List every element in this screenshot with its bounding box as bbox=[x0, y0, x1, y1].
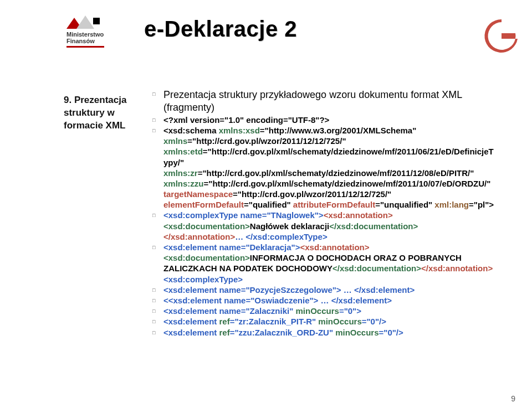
list-item-text: <xsd:element name="Zalaczniki" minOccurs… bbox=[163, 306, 496, 316]
bullet-icon: □ bbox=[152, 285, 163, 294]
bullet-icon: □ bbox=[152, 327, 163, 337]
list-item-text: <xsd:schema xmlns:xsd="http://www.w3.org… bbox=[163, 125, 496, 210]
logo-icon bbox=[66, 13, 100, 29]
list-item: □<xsd:element name="Zalaczniki" minOccur… bbox=[152, 306, 496, 316]
list-item-text: <xsd:element ref="zzu:Zalacznik_ORD-ZU" … bbox=[163, 327, 496, 338]
bullet-icon: □ bbox=[152, 242, 163, 251]
e-mark-icon bbox=[482, 17, 521, 55]
svg-marker-1 bbox=[76, 16, 94, 29]
list-item: □Prezentacja struktury przykładowego wzo… bbox=[152, 89, 496, 115]
logo-label-1: Ministerstwo bbox=[66, 31, 111, 38]
list-item-text: <xsd:complexType name="TNaglowek"><xsd:a… bbox=[163, 210, 496, 242]
list-item-text: <xsd:element ref="zr:Zalacznik_PIT-R" mi… bbox=[163, 316, 496, 327]
bullet-icon: □ bbox=[152, 89, 163, 98]
list-item: □<xsd:element ref="zr:Zalacznik_PIT-R" m… bbox=[152, 316, 496, 327]
list-item: □<xsd:schema xmlns:xsd="http://www.w3.or… bbox=[152, 125, 496, 210]
svg-rect-2 bbox=[93, 18, 100, 24]
list-item-text: <<xsd:element name="Oswiadczenie"> … </x… bbox=[163, 295, 496, 306]
list-item: □<xsd:element name="Deklaracja"><xsd:ann… bbox=[152, 242, 496, 285]
list-item-text: <?xml version="1.0" encoding="UTF-8"?> bbox=[163, 115, 496, 125]
list-item: □<xsd:element ref="zzu:Zalacznik_ORD-ZU"… bbox=[152, 327, 496, 338]
content-list: □Prezentacja struktury przykładowego wzo… bbox=[152, 89, 496, 338]
logo: Ministerstwo Finansów bbox=[66, 10, 111, 48]
list-item-text: <xsd:element name="Deklaracja"><xsd:anno… bbox=[163, 242, 496, 285]
list-item-text: <xsd:element name="PozycjeSzczegolowe"> … bbox=[163, 285, 496, 295]
bullet-icon: □ bbox=[152, 295, 163, 304]
list-item: □<xsd:complexType name="TNaglowek"><xsd:… bbox=[152, 210, 496, 242]
bullet-icon: □ bbox=[152, 210, 163, 219]
logo-label-2: Finansów bbox=[66, 38, 111, 44]
bullet-icon: □ bbox=[152, 115, 163, 124]
logo-underline bbox=[66, 46, 104, 48]
list-item: □<xsd:element name="PozycjeSzczegolowe">… bbox=[152, 285, 496, 295]
list-item-text: Prezentacja struktury przykładowego wzor… bbox=[163, 89, 496, 115]
bullet-icon: □ bbox=[152, 306, 163, 315]
bullet-icon: □ bbox=[152, 125, 163, 135]
list-item: □<?xml version="1.0" encoding="UTF-8"?> bbox=[152, 115, 496, 125]
page-title: e-Deklaracje 2 bbox=[144, 17, 297, 42]
header: Ministerstwo Finansów e-Deklaracje 2 bbox=[66, 10, 297, 48]
list-item: □<<xsd:element name="Oswiadczenie"> … </… bbox=[152, 295, 496, 306]
page-number: 9 bbox=[511, 394, 515, 403]
sidebar-heading: 9. Prezentacja struktury w formacie XML bbox=[64, 94, 141, 132]
bullet-icon: □ bbox=[152, 316, 163, 326]
